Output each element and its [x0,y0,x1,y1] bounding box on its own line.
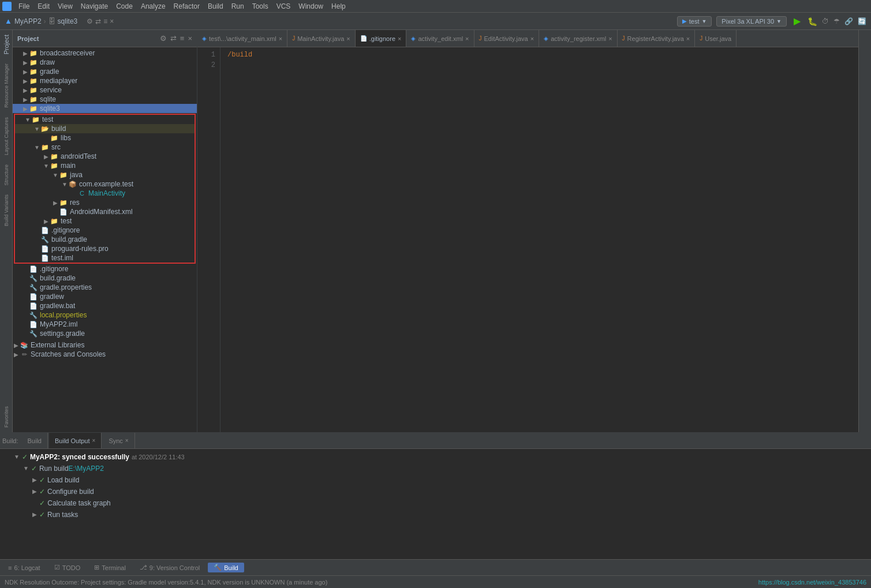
toolbar-close-icon[interactable]: × [110,17,114,25]
menu-analyze[interactable]: Analyze [137,1,169,12]
bottom-tab-sync[interactable]: Sync × [103,433,134,448]
tree-res[interactable]: ▶ 📁 res [15,198,195,207]
tree-draw[interactable]: ▶ 📁 draw [13,58,197,67]
sidebar-tree[interactable]: ▶ 📁 broadcastreceiver ▶ 📁 draw ▶ 📁 gradl… [13,47,197,432]
profile-icon[interactable]: ⏱ [822,17,829,25]
tree-gitignore[interactable]: 📄 .gitignore [13,264,197,274]
tree-main[interactable]: ▼ 📁 main [15,161,195,170]
expand-arrow[interactable]: ▼ [23,463,29,474]
tree-test-iml[interactable]: 📄 test.iml [15,253,195,263]
left-tab-project[interactable]: Project [2,30,11,59]
tree-package[interactable]: ▼ 📦 com.example.test [15,179,195,189]
tree-proguard[interactable]: 📄 proguard-rules.pro [15,244,195,253]
menu-code[interactable]: Code [113,1,136,12]
tree-buildgradle-module[interactable]: 🔧 build.gradle [15,235,195,244]
tab-mainactivity-java[interactable]: J MainActivity.java × [287,30,356,47]
tree-myapp2iml[interactable]: 📄 MyAPP2.iml [13,320,197,329]
toolbar-more-icon[interactable]: ≡ [103,17,107,25]
expand-arrow[interactable]: ▼ [14,452,20,462]
device-selector[interactable]: Pixel 3a XL API 30 ▼ [716,16,787,27]
menu-file[interactable]: File [15,1,33,12]
menu-tools[interactable]: Tools [249,1,272,12]
gradle-icon[interactable]: 🔄 [858,17,866,25]
left-tab-resource[interactable]: Resource Manager [2,59,10,113]
menu-navigate[interactable]: Navigate [77,1,111,12]
tab-close-icon[interactable]: × [686,35,690,42]
left-tab-captures[interactable]: Layout Captures [2,113,10,160]
sidebar-close-icon[interactable]: × [188,34,192,43]
tree-libs[interactable]: 📁 libs [15,133,195,143]
tree-gradlewbat[interactable]: 📄 gradlew.bat [13,301,197,310]
tab-activity-edit-xml[interactable]: ◈ activity_edit.xml × [406,30,474,47]
tree-src[interactable]: ▼ 📁 src [15,143,195,152]
tree-test-inner[interactable]: ▶ 📁 test [15,216,195,226]
tab-activity-register-xml[interactable]: ◈ activity_register.xml × [539,30,617,47]
tree-sqlite3[interactable]: ▶ 📁 sqlite3 [13,104,197,113]
left-tab-structure[interactable]: Structure [2,160,10,190]
menu-help[interactable]: Help [328,1,349,12]
tool-tab-terminal[interactable]: ⊞ Terminal [88,563,132,572]
toolbar-settings-icon[interactable]: ⚙ [87,17,93,25]
tab-close-icon[interactable]: × [530,35,534,42]
tree-broadcastreceiver[interactable]: ▶ 📁 broadcastreceiver [13,48,197,58]
tab-close-build-output[interactable]: × [92,437,96,444]
tree-androidmanifest[interactable]: 📄 AndroidManifest.xml [15,207,195,216]
tab-close-icon[interactable]: × [608,35,612,42]
tree-localprops[interactable]: 🔧 local.properties [13,310,197,320]
tree-mediaplayer[interactable]: ▶ 📁 mediaplayer [13,76,197,85]
expand-arrow[interactable]: ▶ [32,486,37,497]
run-button[interactable]: ▶ [791,16,803,27]
bottom-tab-build-output[interactable]: Build Output × [49,433,102,448]
tree-scratches[interactable]: ▶ ✏ Scratches and Consoles [13,350,197,359]
code-editor[interactable]: /build [220,47,858,432]
tree-gitignore-inner[interactable]: 📄 .gitignore [15,226,195,235]
tree-gradleprops[interactable]: 🔧 gradle.properties [13,283,197,292]
menu-refactor[interactable]: Refactor [170,1,203,12]
status-link[interactable]: https://blog.csdn.net/weixin_43853746 [758,579,866,586]
tab-close-icon[interactable]: × [398,35,401,42]
tool-tab-logcat[interactable]: ≡ 6: Logcat [2,563,46,572]
tree-androidtest[interactable]: ▶ 📁 androidTest [15,152,195,161]
tab-close-sync[interactable]: × [125,437,129,444]
toolbar-sync-icon[interactable]: ⇄ [95,17,101,25]
sidebar-gear-icon[interactable]: ⚙ [160,34,167,43]
coverage-icon[interactable]: ☂ [833,17,840,25]
menu-window[interactable]: Window [295,1,327,12]
tree-external-libs[interactable]: ▶ 📚 External Libraries [13,340,197,350]
left-tab-favorites[interactable]: Favorites [2,402,10,432]
tree-buildgradle[interactable]: 🔧 build.gradle [13,274,197,283]
tree-mainactivity[interactable]: C MainActivity [15,189,195,198]
tab-registeractivity-java[interactable]: J RegisterActivity.java × [618,30,696,47]
tab-editactivity-java[interactable]: J EditActivity.java × [474,30,540,47]
tree-build[interactable]: ▼ 📂 build [15,124,195,133]
menu-edit[interactable]: Edit [34,1,53,12]
tool-tab-vcs[interactable]: ⎇ 9: Version Control [134,563,205,572]
tree-test[interactable]: ▼ 📁 test [15,115,195,124]
tab-activity-main-xml[interactable]: ◈ test\...\activity_main.xml × [197,30,287,47]
bottom-tab-build[interactable]: Build [22,433,48,448]
menu-build[interactable]: Build [204,1,227,12]
tab-close-icon[interactable]: × [346,35,350,42]
tab-gitignore[interactable]: 📄 .gitignore × [356,30,407,47]
menu-run[interactable]: Run [228,1,248,12]
tool-tab-build[interactable]: 🔨 Build [208,563,244,572]
expand-arrow[interactable]: ▶ [32,510,37,520]
tree-java[interactable]: ▼ 📁 java [15,170,195,179]
expand-arrow[interactable]: ▶ [32,475,37,485]
sidebar-settings-icon[interactable]: ≡ [180,34,185,43]
tool-tab-todo[interactable]: ☑ TODO [48,563,87,572]
run-config-selector[interactable]: ▶ test ▼ [677,16,712,27]
menu-vcs[interactable]: VCS [273,1,294,12]
tab-close-icon[interactable]: × [279,35,282,42]
tree-service[interactable]: ▶ 📁 service [13,85,197,95]
tab-close-icon[interactable]: × [465,35,469,42]
sidebar-collapse-icon[interactable]: ⇄ [170,34,177,43]
tree-settingsgradle[interactable]: 🔧 settings.gradle [13,329,197,338]
tree-sqlite[interactable]: ▶ 📁 sqlite [13,95,197,104]
menu-view[interactable]: View [54,1,76,12]
debug-icon[interactable]: 🐛 [808,17,817,26]
tab-user-java[interactable]: J User.java [695,30,737,47]
left-tab-build-variants[interactable]: Build Variants [2,190,10,231]
attach-icon[interactable]: 🔗 [844,17,853,25]
tree-gradlew[interactable]: 📄 gradlew [13,292,197,301]
